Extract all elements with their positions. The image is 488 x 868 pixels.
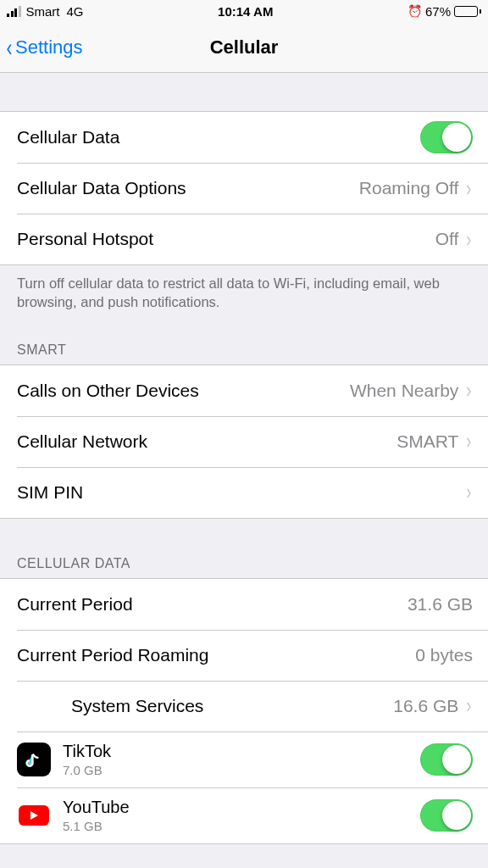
tiktok-icon [17,743,51,776]
app-toggle[interactable] [420,799,473,832]
calls-other-devices-row[interactable]: Calls on Other Devices When Nearby › [0,365,488,416]
chevron-right-icon: › [467,175,472,202]
row-label: Current Period [17,594,133,615]
youtube-icon [17,798,51,832]
back-label: Settings [15,36,83,58]
row-label: Cellular Data [17,127,119,147]
section-header-cellular-data: CELLULAR DATA [0,549,488,578]
cellular-group: Cellular Data Cellular Data Options Roam… [0,111,488,265]
nav-bar: ‹ Settings Cellular [0,22,488,73]
personal-hotspot-row[interactable]: Personal Hotspot Off › [0,214,488,264]
row-value: SMART [396,431,458,452]
row-value: 16.6 GB [393,696,458,716]
data-usage-group: Current Period 31.6 GB Current Period Ro… [0,578,488,844]
row-value: When Nearby [350,381,458,401]
network-type: 4G [67,4,84,19]
row-value: Roaming Off [359,178,459,198]
app-row-tiktok[interactable]: TikTok 7.0 GB [0,732,488,787]
current-period-roaming-row: Current Period Roaming 0 bytes [0,630,488,681]
alarm-icon: ⏰ [408,4,422,18]
cellular-data-toggle[interactable] [420,121,473,153]
chevron-right-icon: › [467,226,472,253]
app-usage: 7.0 GB [63,763,111,777]
cellular-options-row[interactable]: Cellular Data Options Roaming Off › [0,163,488,214]
chevron-right-icon: › [467,693,472,719]
row-label: Calls on Other Devices [17,381,199,401]
cellular-footer-note: Turn off cellular data to restrict all d… [0,265,488,312]
app-name: YouTube [63,798,130,817]
back-button[interactable]: ‹ Settings [0,35,83,60]
clock: 10:14 AM [218,4,273,19]
app-name: TikTok [63,742,111,761]
chevron-right-icon: › [467,428,472,454]
row-label: Cellular Data Options [17,178,186,198]
row-label: SIM PIN [17,482,83,503]
chevron-right-icon: › [467,479,472,505]
app-toggle[interactable] [420,743,473,776]
row-value: 0 bytes [415,645,473,665]
app-row-youtube[interactable]: YouTube 5.1 GB [0,787,488,843]
status-bar: Smart 4G 10:14 AM ⏰ 67% [0,0,488,22]
row-label: Current Period Roaming [17,645,208,665]
row-value: 31.6 GB [408,594,473,615]
system-services-row[interactable]: System Services 16.6 GB › [0,681,488,732]
smart-group: Calls on Other Devices When Nearby › Cel… [0,364,488,519]
chevron-right-icon: › [467,377,472,403]
row-label: Cellular Network [17,431,147,452]
cellular-network-row[interactable]: Cellular Network SMART › [0,416,488,467]
row-value: Off [435,229,459,249]
row-label: Personal Hotspot [17,229,153,249]
app-usage: 5.1 GB [63,819,130,833]
sim-pin-row[interactable]: SIM PIN › [0,467,488,518]
signal-icon [7,6,21,17]
chevron-left-icon: ‹ [7,35,13,60]
carrier-label: Smart [26,4,60,19]
cellular-data-row[interactable]: Cellular Data [0,112,488,163]
section-header-smart: SMART [0,336,488,364]
row-label: System Services [71,696,203,716]
battery-icon [454,6,481,17]
battery-percent: 67% [425,4,451,19]
current-period-row: Current Period 31.6 GB [0,579,488,630]
